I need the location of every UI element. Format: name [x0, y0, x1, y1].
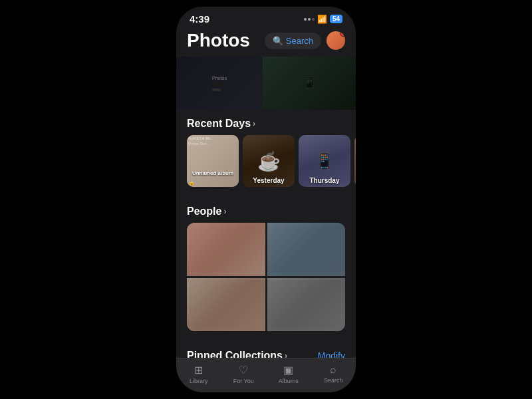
header-right: 🔍 Search 1 — [265, 31, 345, 50]
for-you-icon: ♡ — [239, 364, 248, 376]
recent-days-chevron: › — [253, 119, 255, 128]
search-tab-icon: ⌕ — [330, 364, 336, 376]
people-header: People › — [176, 198, 356, 223]
status-bar: 4:39 📶 54 — [176, 7, 356, 27]
day-card-4[interactable]: 🖼️ — [354, 135, 356, 187]
battery-badge: 54 — [330, 15, 342, 23]
avatar[interactable]: 1 — [327, 31, 345, 50]
tab-library[interactable]: ⊞ Library — [176, 364, 221, 384]
person-1[interactable] — [187, 223, 265, 276]
status-time: 4:39 — [190, 13, 209, 25]
day-card-3[interactable]: 📱 Thursday — [299, 135, 350, 187]
tab-label-search: Search — [324, 377, 343, 384]
tab-label-library: Library — [190, 378, 208, 384]
search-label: Search — [286, 36, 313, 46]
main-content: Recent Days › PLACES & Mo... Screen Shot… — [176, 110, 356, 358]
day-card-2[interactable]: ☕ Yesterday — [243, 135, 295, 187]
recent-days-header: Recent Days › — [176, 110, 356, 135]
app-header: Photos 🔍 Search 1 — [176, 27, 356, 57]
people-chevron: › — [223, 207, 226, 216]
day-label-2: Yesterday — [243, 177, 295, 184]
tab-label-for-you: For You — [233, 378, 254, 384]
wifi-icon: 📶 — [317, 15, 327, 24]
pinned-chevron: › — [285, 351, 287, 358]
avatar-badge: 1 — [340, 31, 345, 37]
search-icon: 🔍 — [273, 36, 283, 46]
tab-label-albums: Albums — [279, 378, 299, 384]
day-card-1[interactable]: PLACES & Mo... Screen Shot... 🔒 Unnamed … — [187, 135, 239, 187]
pinned-collections-title[interactable]: Pinned Collections › — [187, 350, 287, 358]
top-preview-strip: Photos 📱 — [176, 57, 356, 110]
app-title: Photos — [187, 30, 250, 51]
person-2[interactable] — [267, 223, 346, 276]
library-icon: ⊞ — [194, 364, 203, 376]
people-grid[interactable] — [187, 223, 345, 331]
albums-icon: ▣ — [283, 364, 293, 376]
tab-search[interactable]: ⌕ Search — [311, 364, 356, 384]
preview-overlay — [176, 57, 356, 110]
day-label-3: Thursday — [299, 177, 350, 184]
status-icons: 📶 54 — [304, 15, 342, 24]
tab-for-you[interactable]: ♡ For You — [221, 364, 267, 384]
person-3[interactable] — [187, 278, 265, 331]
search-button[interactable]: 🔍 Search — [265, 33, 321, 49]
signal-dots — [304, 18, 315, 21]
pinned-collections-header: Pinned Collections › Modify — [176, 342, 356, 358]
recent-days-title[interactable]: Recent Days › — [187, 118, 255, 130]
person-4[interactable] — [267, 278, 346, 331]
people-title[interactable]: People › — [187, 205, 226, 217]
tab-bar: ⊞ Library ♡ For You ▣ Albums ⌕ Search — [176, 358, 356, 392]
phone-frame: 4:39 📶 54 Photos 🔍 Search 1 P — [176, 7, 356, 392]
modify-button[interactable]: Modify — [318, 350, 345, 358]
tab-albums[interactable]: ▣ Albums — [266, 364, 311, 384]
days-scroll[interactable]: PLACES & Mo... Screen Shot... 🔒 Unnamed … — [176, 135, 356, 198]
